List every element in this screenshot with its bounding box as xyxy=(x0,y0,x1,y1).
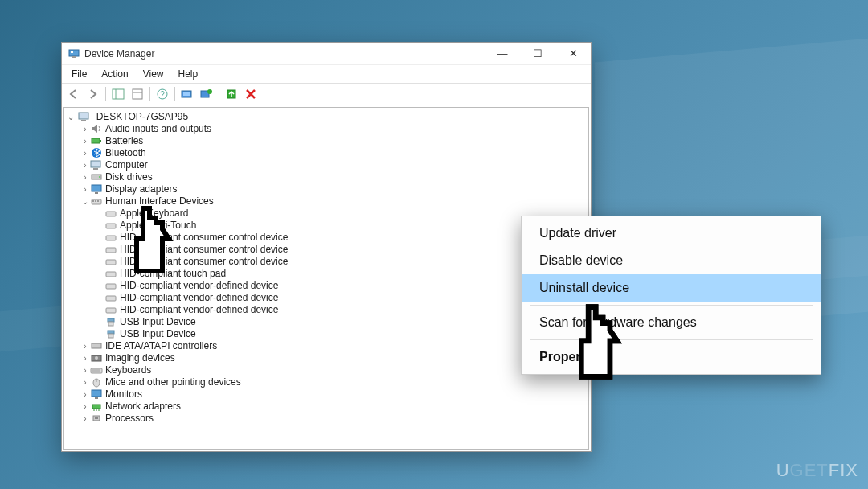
expand-icon[interactable]: › xyxy=(80,171,90,183)
tree-category[interactable]: ›Bluetooth xyxy=(80,147,587,159)
svg-point-12 xyxy=(207,89,212,94)
forward-button[interactable] xyxy=(84,86,102,102)
expand-icon[interactable]: › xyxy=(80,123,90,135)
expand-icon[interactable]: › xyxy=(80,413,90,425)
back-button[interactable] xyxy=(65,86,83,102)
add-legacy-icon[interactable] xyxy=(198,86,215,102)
tree-category[interactable]: ›Processors xyxy=(80,413,587,425)
tree-device[interactable]: USB Input Device xyxy=(95,328,587,340)
help-icon[interactable]: ? xyxy=(154,86,171,102)
tree-category[interactable]: ›Computer xyxy=(80,159,587,171)
tree-device[interactable]: HID-compliant vendor-defined device xyxy=(95,304,587,316)
tree-category[interactable]: ›Keyboards xyxy=(80,364,587,376)
collapse-icon[interactable]: ⌄ xyxy=(80,195,90,208)
tree-category[interactable]: ›Disk drives xyxy=(80,171,587,183)
ctx-disable-device[interactable]: Disable device xyxy=(522,247,821,274)
svg-rect-24 xyxy=(95,192,98,194)
imaging-icon xyxy=(90,352,103,364)
category-label: IDE ATA/ATAPI controllers xyxy=(105,340,217,351)
svg-rect-41 xyxy=(108,334,113,338)
tree-device[interactable]: HID-compliant touch pad xyxy=(95,268,587,280)
svg-rect-52 xyxy=(92,405,100,409)
hid-icon xyxy=(104,280,117,291)
svg-rect-23 xyxy=(92,185,101,191)
tree-category[interactable]: ›Imaging devices xyxy=(80,352,587,364)
svg-rect-36 xyxy=(106,296,116,301)
show-hide-tree-button[interactable] xyxy=(109,86,127,102)
expand-icon[interactable]: › xyxy=(80,364,90,376)
svg-rect-42 xyxy=(92,343,101,348)
tree-category[interactable]: ›Audio inputs and outputs xyxy=(80,123,587,135)
close-button[interactable]: ✕ xyxy=(555,43,591,65)
expand-icon[interactable]: › xyxy=(80,159,90,171)
device-label: HID-compliant consumer control device xyxy=(120,244,288,255)
svg-rect-15 xyxy=(81,120,86,121)
expand-icon[interactable]: › xyxy=(80,352,90,364)
tree-device[interactable]: HID-compliant consumer control device xyxy=(95,244,587,256)
svg-rect-3 xyxy=(113,89,124,99)
category-label: Keyboards xyxy=(105,364,151,376)
expand-icon[interactable]: › xyxy=(80,388,90,401)
uninstall-icon[interactable] xyxy=(242,86,260,102)
scan-hardware-icon[interactable] xyxy=(178,86,196,102)
tree-root[interactable]: ⌄ DESKTOP-7GSAP95 xyxy=(66,111,587,123)
ctx-update-driver[interactable]: Update driver xyxy=(522,220,821,247)
tree-device[interactable]: HID-compliant consumer control device xyxy=(95,232,587,244)
tree-category[interactable]: ›Mice and other pointing devices xyxy=(80,376,587,388)
maximize-button[interactable]: ☐ xyxy=(520,43,555,65)
expand-icon[interactable]: › xyxy=(80,376,90,388)
expand-icon[interactable]: › xyxy=(80,401,90,413)
device-tree[interactable]: ⌄ DESKTOP-7GSAP95 ›Audio inputs and outp… xyxy=(63,107,589,450)
tree-category[interactable]: ›IDE ATA/ATAPI controllers xyxy=(80,340,587,352)
svg-rect-32 xyxy=(106,248,116,253)
network-icon xyxy=(90,401,103,412)
titlebar[interactable]: Device Manager — ☐ ✕ xyxy=(62,43,591,65)
update-driver-icon[interactable] xyxy=(223,86,240,102)
svg-rect-35 xyxy=(106,284,116,289)
category-label: Audio inputs and outputs xyxy=(105,123,211,134)
svg-rect-28 xyxy=(97,200,99,202)
mouse-icon xyxy=(90,376,103,388)
tree-device[interactable]: HID-compliant vendor-defined device xyxy=(95,280,587,292)
expand-icon[interactable]: ⌄ xyxy=(66,111,76,123)
hid-icon xyxy=(104,304,117,315)
svg-rect-40 xyxy=(108,331,114,334)
tree-category[interactable]: ›Batteries xyxy=(80,135,587,147)
ctx-uninstall-device[interactable]: Uninstall device xyxy=(522,274,821,302)
expand-icon[interactable]: › xyxy=(80,135,90,147)
menu-help[interactable]: Help xyxy=(172,67,205,81)
menu-view[interactable]: View xyxy=(137,67,170,81)
toolbar-separator xyxy=(174,87,175,101)
minimize-button[interactable]: — xyxy=(485,43,520,65)
tree-device[interactable]: HID-compliant consumer control device xyxy=(95,256,587,268)
svg-rect-45 xyxy=(91,368,102,373)
tree-device[interactable]: USB Input Device xyxy=(95,316,587,328)
tree-device[interactable]: HID-compliant vendor-defined device xyxy=(95,292,587,304)
menu-action[interactable]: Action xyxy=(95,67,134,81)
disk-icon xyxy=(90,171,103,183)
category-label: Computer xyxy=(105,159,148,171)
tree-device[interactable]: Apple Multi-Touch xyxy=(95,220,587,232)
tree-category[interactable]: ›Display adapters xyxy=(80,183,587,195)
category-label: Monitors xyxy=(105,388,142,400)
tree-device[interactable]: Apple Keyboard xyxy=(95,208,587,220)
toolbar: ? xyxy=(62,84,591,105)
device-label: USB Input Device xyxy=(120,328,196,339)
menu-bar: File Action View Help xyxy=(62,65,591,84)
display-icon xyxy=(90,183,103,195)
tree-category-hid[interactable]: ⌄Human Interface Devices xyxy=(80,195,587,208)
expand-icon[interactable]: › xyxy=(80,340,90,352)
ctx-separator xyxy=(530,305,813,306)
properties-icon[interactable] xyxy=(129,86,146,102)
context-menu: Update driver Disable device Uninstall d… xyxy=(521,216,821,375)
expand-icon[interactable]: › xyxy=(80,147,90,159)
ctx-properties[interactable]: Properties xyxy=(522,343,821,371)
expand-icon[interactable]: › xyxy=(80,183,90,195)
category-label: Batteries xyxy=(105,135,143,146)
ctx-scan-hardware[interactable]: Scan for hardware changes xyxy=(522,309,821,336)
menu-file[interactable]: File xyxy=(65,67,93,81)
tree-category[interactable]: ›Monitors xyxy=(80,388,587,401)
tree-category[interactable]: ›Network adapters xyxy=(80,401,587,413)
bluetooth-icon xyxy=(90,147,103,158)
svg-rect-51 xyxy=(95,397,98,399)
